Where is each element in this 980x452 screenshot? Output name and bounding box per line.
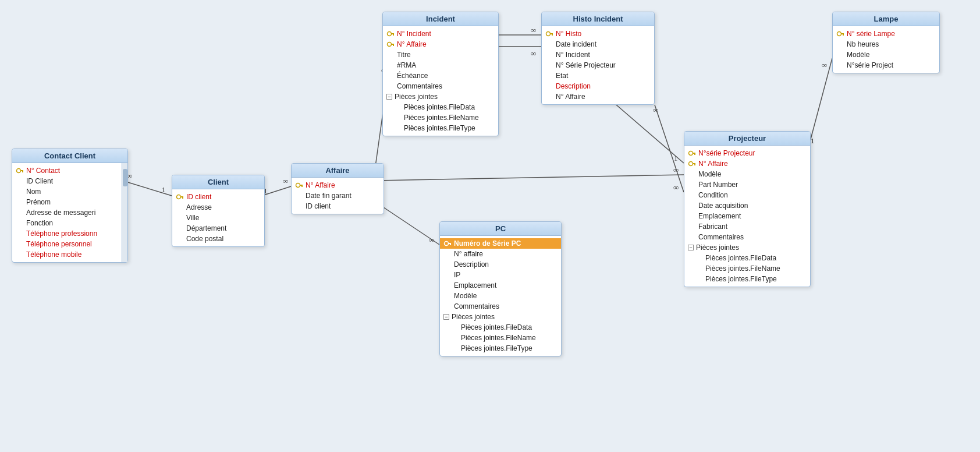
- field-commentaires-projecteur: Commentaires: [684, 232, 810, 242]
- svg-point-36: [296, 183, 300, 188]
- field-commentaires-incident: Commentaires: [383, 81, 498, 91]
- svg-rect-34: [180, 196, 183, 197]
- table-body-histo-incident: N° Histo Date incident N° Incident N° Sé…: [542, 26, 654, 104]
- svg-rect-47: [552, 34, 553, 36]
- table-body-lampe: N° série Lampe Nb heures Modèle N°série …: [833, 26, 939, 73]
- scrollbar-thumb: [123, 169, 127, 186]
- field-modele-projecteur: Modèle: [684, 169, 810, 179]
- svg-rect-50: [450, 244, 451, 245]
- field-pieces-jointes-collapse[interactable]: − Pièces jointes: [383, 91, 498, 102]
- svg-rect-41: [393, 34, 394, 36]
- table-body-projecteur: N°série Projecteur N° Affaire Modèle Par…: [684, 146, 810, 287]
- key-icon: [688, 160, 696, 167]
- svg-text:1: 1: [162, 185, 166, 194]
- svg-point-57: [837, 32, 841, 36]
- field-description-histo: Description: [542, 81, 654, 91]
- svg-text:∞: ∞: [531, 26, 536, 34]
- field-commentaires-pc: Commentaires: [440, 301, 561, 312]
- field-fonction: Fonction: [12, 218, 127, 228]
- svg-rect-55: [693, 163, 695, 164]
- table-body-affaire: N° Affaire Date fin garant ID client: [292, 178, 384, 214]
- key-icon: [386, 30, 395, 37]
- field-pieces-jointes-pc-collapse[interactable]: − Pièces jointes: [440, 312, 561, 322]
- svg-text:∞: ∞: [283, 176, 288, 185]
- svg-point-30: [17, 169, 21, 173]
- field-n-affaire-projecteur: N° Affaire: [684, 158, 810, 169]
- field-tel-mobile: Téléphone mobile: [12, 249, 127, 260]
- field-tel-pro: Téléphone professionn: [12, 228, 127, 239]
- svg-point-42: [388, 43, 392, 47]
- svg-text:1: 1: [674, 154, 678, 163]
- key-icon: [386, 41, 395, 48]
- field-nb-heures: Nb heures: [833, 39, 939, 50]
- svg-rect-44: [393, 45, 394, 46]
- table-body-pc: Numéro de Série PC N° affaire Descriptio…: [440, 236, 561, 356]
- table-incident[interactable]: Incident N° Incident N° Affaire Titre: [382, 12, 499, 136]
- field-condition: Condition: [684, 190, 810, 200]
- field-date-fin-garant: Date fin garant: [292, 190, 384, 201]
- key-icon: [836, 30, 844, 37]
- table-lampe[interactable]: Lampe N° série Lampe Nb heures Modèle N°…: [832, 12, 940, 73]
- svg-text:∞: ∞: [822, 61, 827, 69]
- field-n-incident-histo: N° Incident: [542, 50, 654, 60]
- collapse-icon: −: [386, 94, 392, 100]
- svg-text:∞: ∞: [531, 49, 536, 58]
- field-etat: Etat: [542, 70, 654, 81]
- field-titre: Titre: [383, 50, 498, 60]
- svg-rect-52: [693, 153, 695, 154]
- table-header-contact-client: Contact Client: [12, 149, 127, 163]
- key-icon: [545, 30, 553, 37]
- table-histo-incident[interactable]: Histo Incident N° Histo Date incident N°…: [541, 12, 655, 105]
- field-n-serie-projecteur: N° Série Projecteur: [542, 60, 654, 70]
- svg-point-45: [546, 32, 551, 36]
- field-pj-filetype: Pièces jointes.FileType: [383, 123, 498, 133]
- field-pc-pj-filedata: Pièces jointes.FileData: [440, 322, 561, 333]
- field-pc-pj-filetype: Pièces jointes.FileType: [440, 343, 561, 354]
- key-icon: [295, 182, 303, 189]
- svg-point-51: [689, 151, 693, 156]
- svg-rect-46: [550, 33, 553, 34]
- svg-rect-32: [22, 171, 23, 172]
- svg-rect-53: [694, 154, 695, 155]
- table-header-client: Client: [172, 175, 264, 189]
- svg-point-48: [445, 242, 449, 246]
- field-n-histo: N° Histo: [542, 29, 654, 39]
- field-id-client-pk: ID client: [172, 192, 264, 202]
- table-projecteur[interactable]: Projecteur N°série Projecteur N° Affaire…: [684, 131, 811, 287]
- svg-text:∞: ∞: [673, 183, 679, 192]
- table-header-projecteur: Projecteur: [684, 132, 810, 146]
- svg-rect-40: [391, 33, 394, 34]
- field-id-client: ID Client: [12, 176, 127, 186]
- field-pieces-jointes-proj-collapse[interactable]: − Pièces jointes: [684, 242, 810, 253]
- field-ip: IP: [440, 270, 561, 280]
- field-departement: Département: [172, 223, 264, 234]
- svg-rect-38: [301, 186, 303, 187]
- table-client[interactable]: Client ID client Adresse Ville Départeme…: [172, 175, 265, 247]
- table-body-incident: N° Incident N° Affaire Titre #RMA Échéan…: [383, 26, 498, 136]
- field-emplacement-pc: Emplacement: [440, 280, 561, 291]
- field-rma: #RMA: [383, 60, 498, 70]
- field-n-serie-pc: Numéro de Série PC: [440, 238, 561, 249]
- field-n-affaire-incident: N° Affaire: [383, 39, 498, 50]
- table-body-client: ID client Adresse Ville Département Code…: [172, 189, 264, 246]
- svg-rect-56: [694, 164, 695, 165]
- table-contact-client[interactable]: Contact Client N° Contact ID Client Nom …: [12, 149, 128, 263]
- svg-rect-43: [391, 44, 394, 45]
- svg-rect-49: [448, 243, 451, 244]
- svg-line-21: [377, 175, 684, 181]
- svg-rect-35: [182, 197, 183, 199]
- field-adresse: Adresse: [172, 202, 264, 213]
- field-echeance: Échéance: [383, 70, 498, 81]
- svg-rect-37: [300, 185, 303, 186]
- key-icon: [176, 193, 184, 200]
- field-code-postal: Code postal: [172, 234, 264, 244]
- table-header-incident: Incident: [383, 12, 498, 26]
- table-affaire[interactable]: Affaire N° Affaire Date fin garant ID cl…: [291, 163, 384, 214]
- table-header-histo-incident: Histo Incident: [542, 12, 654, 26]
- table-scrollbar[interactable]: [122, 163, 127, 262]
- svg-line-0: [122, 181, 172, 196]
- field-id-client-affaire: ID client: [292, 201, 384, 211]
- table-pc[interactable]: PC Numéro de Série PC N° affaire Descrip…: [439, 221, 562, 356]
- field-pc-pj-filename: Pièces jointes.FileName: [440, 333, 561, 343]
- table-header-affaire: Affaire: [292, 164, 384, 178]
